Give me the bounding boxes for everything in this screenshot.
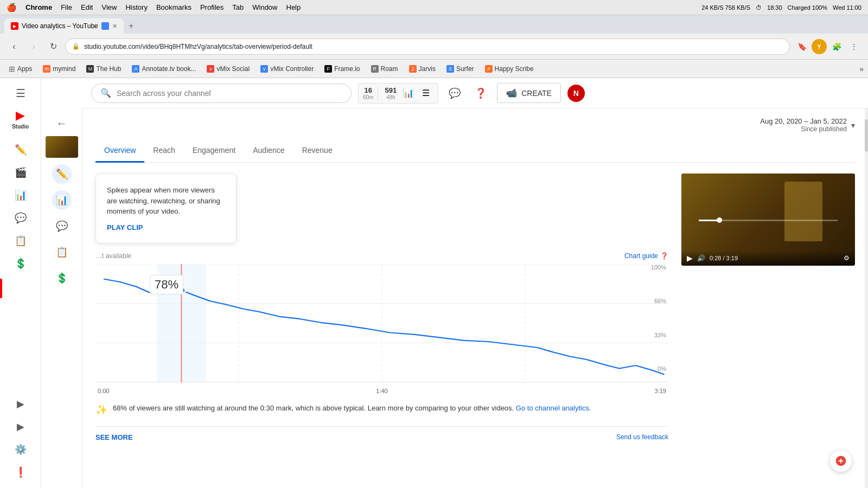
address-bar[interactable]: 🔒 studio.youtube.com/video/BHq8HTMhzVg/a… bbox=[65, 38, 790, 55]
mac-battery: Charged 100% bbox=[788, 4, 827, 11]
chart-guide-button[interactable]: Chart guide ❓ bbox=[624, 252, 668, 260]
roam-favicon: R bbox=[371, 65, 379, 73]
play-clip-button[interactable]: PLAY CLIP bbox=[107, 223, 143, 232]
sidebar-item-earn1[interactable]: ▶ bbox=[15, 393, 27, 415]
comments-nav-icon[interactable]: 💬 bbox=[52, 216, 72, 236]
mac-menu-edit[interactable]: Edit bbox=[81, 3, 93, 11]
mac-menu-help[interactable]: Help bbox=[286, 3, 301, 11]
yt-studio-label: Studio bbox=[12, 124, 29, 130]
video-settings-button[interactable]: ⚙ bbox=[844, 254, 850, 262]
settings-icon: ⚙️ bbox=[15, 444, 27, 455]
channel-analytics-link[interactable]: Go to channel analytics. bbox=[516, 404, 591, 412]
help-button[interactable]: ❓ bbox=[471, 84, 490, 103]
tab-revenue[interactable]: Revenue bbox=[293, 139, 341, 163]
x-label-mid: 1:40 bbox=[376, 388, 387, 394]
profile-avatar[interactable]: Y bbox=[812, 39, 827, 54]
scrollbar[interactable] bbox=[865, 108, 868, 488]
bookmark-surfer[interactable]: S Surfer bbox=[442, 63, 478, 75]
tab-reach[interactable]: Reach bbox=[144, 139, 183, 163]
mac-menu-view[interactable]: View bbox=[101, 3, 117, 11]
mac-menu-bookmarks[interactable]: Bookmarks bbox=[156, 3, 192, 11]
extensions-button[interactable]: 🧩 bbox=[829, 39, 844, 54]
sidebar-item-settings[interactable]: ⚙️ bbox=[15, 438, 27, 461]
bottom-actions: SEE MORE Send us feedback bbox=[95, 426, 668, 448]
user-avatar[interactable]: N bbox=[567, 85, 585, 102]
sidebar-item-analytics[interactable]: 📊 bbox=[0, 184, 41, 207]
chart-mini-icon[interactable]: 📊 bbox=[401, 86, 416, 101]
more-menu-button[interactable]: ⋮ bbox=[846, 39, 861, 54]
comments-button[interactable]: 💬 bbox=[445, 84, 464, 103]
sidebar-item-dashboard[interactable]: ✏️ bbox=[0, 138, 41, 161]
sidebar-item-earn2[interactable]: ▶ bbox=[15, 415, 27, 438]
forward-button[interactable]: › bbox=[26, 39, 41, 54]
spike-tooltip-text: Spikes appear when more viewers are watc… bbox=[107, 185, 225, 217]
scrollbar-thumb[interactable] bbox=[865, 119, 868, 152]
subtitles-icon: 📋 bbox=[15, 235, 27, 247]
bookmark-roam[interactable]: R Roam bbox=[367, 63, 403, 75]
apps-label: Apps bbox=[17, 65, 32, 73]
yt-studio-logo[interactable]: ▶ Studio bbox=[12, 108, 29, 130]
thehub-favicon: M bbox=[86, 65, 94, 73]
sidebar-item-comments[interactable]: 💬 bbox=[0, 207, 41, 229]
bookmark-vmix-social[interactable]: v vMix Social bbox=[202, 63, 254, 75]
see-more-button[interactable]: SEE MORE bbox=[95, 433, 133, 441]
bookmark-happyscribe[interactable]: ⚡ Happy Scribe bbox=[481, 63, 538, 75]
tab-engagement[interactable]: Engagement bbox=[184, 139, 244, 163]
chart-y-labels: 100% 66% 33% 0% bbox=[651, 264, 668, 373]
reload-button[interactable]: ↻ bbox=[46, 39, 61, 54]
apple-icon[interactable]: 🍎 bbox=[7, 3, 17, 12]
tab-close-button[interactable]: ✕ bbox=[112, 23, 117, 30]
sidebar-toggle-button[interactable]: ☰ bbox=[10, 82, 31, 104]
bookmark-frameio[interactable]: F Frame.io bbox=[320, 63, 364, 75]
views-counter: 16 60m 591 48h 📊 ☰ bbox=[358, 83, 438, 104]
subtitles-nav-icon[interactable]: 📋 bbox=[52, 242, 72, 262]
dashboard-icon: ✏️ bbox=[15, 144, 27, 156]
fab-button[interactable] bbox=[830, 450, 852, 472]
create-button[interactable]: 📹 CREATE bbox=[497, 83, 561, 103]
bookmark-vmix-controller[interactable]: v vMix Controller bbox=[256, 63, 318, 75]
bookmarks-apps[interactable]: ⊞ Apps bbox=[4, 62, 36, 75]
mac-menu-profiles[interactable]: Profiles bbox=[200, 3, 224, 11]
bookmark-annotate[interactable]: A Annotate.tv book... bbox=[127, 63, 200, 75]
new-tab-button[interactable]: + bbox=[124, 18, 139, 34]
analytics-panel: Aug 20, 2020 – Jan 5, 2022 Since publish… bbox=[82, 108, 868, 488]
tab-favicon: ▶ bbox=[11, 22, 18, 30]
back-button[interactable]: ‹ bbox=[7, 39, 22, 54]
mac-clock: 18:30 bbox=[767, 4, 782, 11]
search-bar[interactable]: 🔍 bbox=[91, 84, 352, 103]
search-input[interactable] bbox=[117, 89, 342, 98]
bookmark-thehub[interactable]: M The Hub bbox=[82, 63, 125, 75]
edit-nav-icon[interactable]: ✏️ bbox=[52, 164, 72, 184]
video-play-button[interactable]: ▶ bbox=[687, 254, 693, 262]
mac-menu-history[interactable]: History bbox=[125, 3, 147, 11]
feedback-icon: ❗ bbox=[15, 466, 27, 478]
date-dropdown-arrow[interactable]: ▾ bbox=[851, 121, 855, 130]
sidebar-item-videos[interactable]: 🎬 bbox=[0, 161, 41, 184]
videos-icon: 🎬 bbox=[15, 166, 27, 178]
analytics-nav-icon[interactable]: 📊 bbox=[52, 190, 72, 210]
revenue-nav-icon[interactable]: 💲 bbox=[52, 268, 72, 288]
bookmark-mymind[interactable]: m mymind bbox=[39, 63, 80, 75]
left-panel: ← ✏️ 📊 💬 📋 💲 bbox=[41, 108, 82, 488]
video-volume-button[interactable]: 🔊 bbox=[697, 254, 705, 262]
mac-menu-file[interactable]: File bbox=[61, 3, 72, 11]
mac-menu-window[interactable]: Window bbox=[252, 3, 277, 11]
send-feedback-button[interactable]: Send us feedback bbox=[616, 433, 668, 441]
bookmark-button[interactable]: 🔖 bbox=[794, 39, 809, 54]
chart-wrapper: 100% 66% 33% 0% 78% bbox=[95, 264, 668, 383]
video-thumbnail-small[interactable] bbox=[46, 136, 78, 158]
tab-audience[interactable]: Audience bbox=[244, 139, 293, 163]
tab-overview[interactable]: Overview bbox=[95, 139, 144, 163]
back-arrow-button[interactable]: ← bbox=[56, 117, 67, 130]
list-icon[interactable]: ☰ bbox=[418, 86, 433, 101]
mac-menu-tab[interactable]: Tab bbox=[232, 3, 244, 11]
bookmark-jarvis[interactable]: J Jarvis bbox=[405, 63, 440, 75]
active-tab[interactable]: ▶ Video analytics – YouTube ✕ bbox=[4, 18, 124, 34]
video-player[interactable]: ▶ 🔊 0:28 / 3:19 ⚙ bbox=[681, 174, 855, 266]
chart-guide-label: Chart guide bbox=[624, 252, 658, 260]
sidebar-item-feedback[interactable]: ❗ bbox=[15, 461, 27, 484]
sidebar-item-revenue[interactable]: 💲 bbox=[0, 252, 41, 275]
sidebar-item-subtitles[interactable]: 📋 bbox=[0, 229, 41, 252]
bookmarks-more[interactable]: » bbox=[859, 65, 864, 73]
mac-menu-chrome[interactable]: Chrome bbox=[25, 3, 52, 11]
